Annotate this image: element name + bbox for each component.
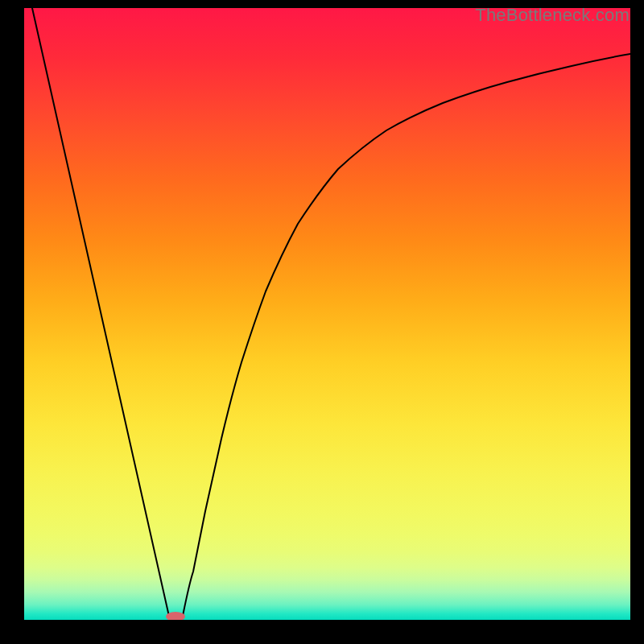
curve-right-branch bbox=[182, 54, 630, 620]
chart-frame: TheBottleneck.com bbox=[0, 0, 644, 644]
watermark-text: TheBottleneck.com bbox=[475, 5, 630, 26]
curve-left-branch bbox=[32, 8, 170, 620]
curve-layer bbox=[24, 8, 630, 620]
plot-area bbox=[24, 8, 630, 620]
